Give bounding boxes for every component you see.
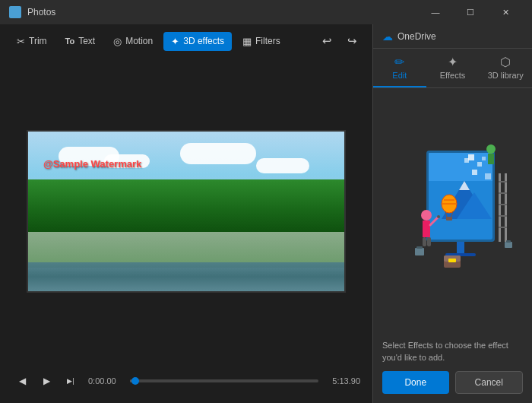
svg-rect-27 (499, 215, 507, 217)
filters-tool[interactable]: ▦ Filters (235, 32, 288, 51)
video-frame: @Sample Watermark (28, 132, 344, 291)
progress-bar[interactable] (130, 379, 318, 382)
edit-tab-label: Edit (392, 71, 407, 80)
text-icon: To (65, 36, 75, 46)
3dlibrary-tab-icon: ⬡ (482, 55, 529, 69)
panel-bottom: Select Effects to choose the effect you'… (373, 334, 532, 403)
svg-rect-26 (499, 204, 507, 205)
done-button[interactable]: Done (382, 371, 449, 394)
onedrive-icon: ☁ (382, 30, 393, 43)
svg-rect-19 (427, 237, 431, 246)
trees-bg (28, 179, 344, 236)
next-frame-button[interactable]: ▶| (61, 371, 81, 391)
right-panel: ☁ OneDrive ✏ Edit ✦ Effects ⬡ 3D library (372, 24, 532, 403)
cancel-button[interactable]: Cancel (455, 371, 524, 394)
effects-tab-icon: ✦ (429, 55, 477, 69)
svg-rect-21 (488, 154, 494, 164)
svg-point-17 (437, 215, 440, 218)
maximize-button[interactable]: ☐ (453, 0, 488, 24)
text-tool[interactable]: To Text (58, 32, 103, 50)
minimize-button[interactable]: — (418, 0, 453, 24)
illustration-area (373, 88, 532, 334)
svg-rect-11 (485, 173, 491, 179)
app-title: Photos (27, 7, 55, 17)
3d-effects-tool[interactable]: ✦ 3D effects (163, 32, 232, 51)
svg-rect-10 (464, 158, 469, 163)
undo-redo-group: ↩ ↪ (316, 30, 363, 52)
filters-icon: ▦ (242, 36, 252, 47)
svg-rect-28 (499, 227, 507, 228)
onedrive-title: OneDrive (397, 31, 436, 42)
svg-rect-25 (499, 192, 507, 194)
motion-tool[interactable]: ◎ Motion (106, 32, 160, 51)
svg-point-20 (486, 144, 496, 154)
svg-rect-34 (505, 242, 512, 248)
window-controls: — ☐ ✕ (418, 0, 523, 24)
main-content: ✂ Trim To Text ◎ Motion ✦ 3D effects ▦ F… (0, 24, 532, 403)
3dlibrary-tab-label: 3D library (488, 71, 524, 80)
3d-effects-icon: ✦ (171, 36, 179, 47)
redo-button[interactable]: ↪ (341, 30, 363, 52)
cloud-4 (256, 158, 309, 173)
effects-tab-label: Effects (440, 71, 465, 80)
svg-rect-8 (472, 170, 477, 175)
cloud-3 (180, 143, 256, 164)
svg-rect-33 (448, 259, 456, 262)
video-area: @Sample Watermark (0, 58, 372, 365)
svg-rect-35 (506, 240, 511, 243)
panel-description: Select Effects to choose the effect you'… (382, 340, 523, 363)
left-panel: ✂ Trim To Text ◎ Motion ✦ 3D effects ▦ F… (0, 24, 372, 403)
tab-3dlibrary[interactable]: ⬡ 3D library (479, 49, 532, 87)
video-container: @Sample Watermark (27, 130, 346, 293)
svg-rect-24 (499, 181, 507, 182)
duration: 5:13.90 (326, 376, 360, 386)
svg-rect-7 (477, 162, 482, 167)
trim-icon: ✂ (17, 36, 25, 47)
svg-point-14 (421, 210, 432, 221)
svg-rect-9 (482, 157, 486, 160)
svg-rect-40 (446, 217, 452, 221)
svg-rect-18 (423, 237, 426, 246)
trim-tool[interactable]: ✂ Trim (9, 32, 55, 51)
close-button[interactable]: ✕ (488, 0, 523, 24)
svg-rect-23 (505, 173, 507, 242)
app-icon (9, 6, 21, 18)
panel-tabs: ✏ Edit ✦ Effects ⬡ 3D library (373, 49, 532, 88)
title-bar: Photos — ☐ ✕ (0, 0, 532, 24)
svg-rect-29 (415, 248, 424, 255)
tab-edit[interactable]: ✏ Edit (373, 49, 426, 87)
tab-effects[interactable]: ✦ Effects (426, 49, 480, 87)
motion-icon: ◎ (113, 36, 122, 47)
playback-controls: ◀ ▶ ▶| (12, 371, 81, 391)
play-button[interactable]: ▶ (36, 371, 56, 391)
svg-rect-30 (416, 246, 423, 249)
toolbar: ✂ Trim To Text ◎ Motion ✦ 3D effects ▦ F… (0, 24, 372, 58)
watermark: @Sample Watermark (43, 158, 141, 170)
progress-thumb[interactable] (131, 377, 139, 385)
water-bg (28, 262, 344, 291)
current-time: 0:00.00 (88, 376, 122, 386)
filters-label: Filters (255, 36, 280, 46)
text-label: Text (78, 36, 95, 46)
undo-button[interactable]: ↩ (316, 30, 338, 52)
timeline: ◀ ▶ ▶| 0:00.00 5:13.90 (12, 371, 360, 391)
svg-rect-6 (468, 154, 474, 160)
onedrive-header: ☁ OneDrive (373, 24, 532, 49)
svg-rect-15 (423, 221, 430, 237)
edit-tab-icon: ✏ (376, 55, 423, 69)
svg-rect-12 (457, 242, 464, 253)
controls-area: ◀ ▶ ▶| 0:00.00 5:13.90 (0, 365, 372, 403)
panel-actions: Done Cancel (382, 371, 523, 394)
motion-label: Motion (125, 36, 153, 46)
3d-effects-label: 3D effects (183, 36, 224, 46)
prev-frame-button[interactable]: ◀ (12, 371, 32, 391)
svg-rect-22 (499, 173, 501, 242)
3d-effects-illustration (392, 135, 514, 287)
trim-label: Trim (29, 36, 47, 46)
